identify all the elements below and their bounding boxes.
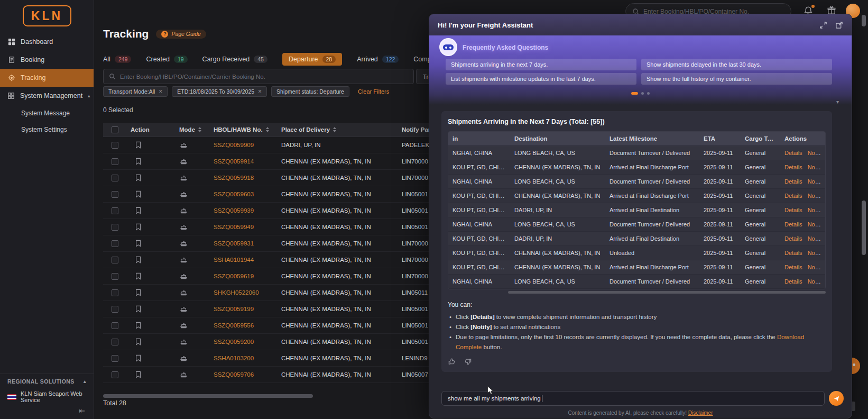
bookmark-icon[interactable] — [135, 207, 142, 214]
scrollbar-thumb[interactable] — [508, 291, 826, 294]
notify-link[interactable]: Notify — [808, 178, 823, 185]
notify-link[interactable]: Notify — [808, 193, 823, 199]
tab-cargo-received[interactable]: Cargo Received45 — [202, 53, 267, 66]
bookmark-icon[interactable] — [135, 174, 142, 181]
row-checkbox[interactable] — [112, 175, 118, 181]
window-scrollbar[interactable] — [862, 0, 866, 419]
notify-link[interactable]: Notify — [808, 164, 823, 170]
hbol-link[interactable]: SSZQ0059918 — [209, 175, 277, 181]
carousel-dot-active[interactable] — [631, 92, 638, 95]
hbol-link[interactable]: SSZQ0059931 — [209, 240, 277, 247]
page-guide-badge[interactable]: ? Page Guide — [156, 30, 206, 39]
row-checkbox[interactable] — [112, 339, 118, 345]
bookmark-icon[interactable] — [135, 190, 142, 198]
bookmark-icon[interactable] — [135, 354, 142, 362]
row-checkbox[interactable] — [112, 257, 118, 263]
clear-filters-link[interactable]: Clear Filters — [358, 88, 389, 95]
row-checkbox[interactable] — [112, 322, 118, 329]
sidebar-subitem-system-message[interactable]: System Message — [0, 105, 94, 121]
close-icon[interactable]: × — [258, 88, 262, 95]
hbol-link[interactable]: SSZQ0059706 — [209, 371, 277, 378]
scrollbar-thumb[interactable] — [862, 15, 866, 26]
bookmark-icon[interactable] — [135, 289, 142, 296]
bookmark-icon[interactable] — [135, 272, 142, 280]
bookmark-icon[interactable] — [135, 305, 142, 313]
hbol-link[interactable]: SSHA0101944 — [209, 257, 277, 263]
bookmark-icon[interactable] — [135, 141, 142, 149]
main-search-input[interactable]: Enter Booking/HBL/PO/Container/Carrier B… — [103, 69, 414, 84]
expand-icon[interactable] — [819, 21, 827, 29]
tab-created[interactable]: Created19 — [146, 53, 187, 66]
scrollbar-thumb[interactable] — [862, 201, 866, 255]
row-checkbox[interactable] — [112, 355, 118, 362]
notify-link[interactable]: Notify — [808, 207, 823, 213]
row-checkbox[interactable] — [112, 289, 118, 296]
details-link[interactable]: Details — [784, 235, 802, 242]
row-checkbox[interactable] — [112, 273, 118, 280]
row-checkbox[interactable] — [112, 306, 118, 313]
details-link[interactable]: Details — [784, 178, 802, 185]
tab-all[interactable]: All249 — [103, 53, 131, 66]
row-checkbox[interactable] — [112, 158, 118, 165]
details-link[interactable]: Details — [784, 207, 802, 213]
row-checkbox[interactable] — [112, 142, 118, 149]
sidebar-item-booking[interactable]: Booking — [0, 51, 94, 69]
hbol-link[interactable]: SHKGH0522060 — [209, 289, 277, 296]
row-checkbox[interactable] — [112, 207, 118, 214]
column-header-mode[interactable]: Mode — [175, 126, 209, 133]
hbol-link[interactable]: SSZQ0059556 — [209, 322, 277, 329]
sort-icon[interactable] — [266, 127, 269, 132]
send-button[interactable] — [829, 391, 844, 406]
bookmark-icon[interactable] — [135, 240, 142, 247]
hbol-link[interactable]: SSZQ0059909 — [209, 142, 277, 148]
bookmark-icon[interactable] — [135, 158, 142, 165]
details-link[interactable]: Details — [784, 193, 802, 199]
details-link[interactable]: Details — [784, 250, 802, 256]
faq-chip[interactable]: Show shipments delayed in the last 30 da… — [641, 59, 832, 70]
sidebar-subitem-system-settings[interactable]: System Settings — [0, 121, 94, 138]
sidebar-item-tracking[interactable]: Tracking — [0, 69, 94, 87]
disclaimer-link[interactable]: Disclaimer — [688, 410, 713, 416]
bookmark-icon[interactable] — [135, 338, 142, 345]
thumbs-down-icon[interactable] — [464, 358, 472, 366]
hbol-link[interactable]: SSHA0103200 — [209, 355, 277, 361]
close-icon[interactable]: × — [159, 88, 162, 95]
faq-chip[interactable]: List shipments with milestone updates in… — [446, 73, 636, 85]
hbol-link[interactable]: SSZQ0059200 — [209, 339, 277, 345]
hbol-link[interactable]: SSZQ0059939 — [209, 207, 277, 214]
tab-arrived[interactable]: Arrived122 — [357, 53, 399, 66]
sort-icon[interactable] — [198, 127, 201, 132]
column-header-hbol-hawb-no[interactable]: HBOL/HAWB No. — [209, 126, 277, 133]
hbol-link[interactable]: SSZQ0059603 — [209, 191, 277, 197]
chat-message-input[interactable]: show me all my shipments arriving — [441, 391, 825, 406]
collapse-response-icon[interactable]: ▾ — [836, 99, 839, 105]
notify-link[interactable]: Notify — [808, 278, 823, 285]
row-checkbox[interactable] — [112, 240, 118, 247]
row-checkbox[interactable] — [112, 191, 118, 198]
regional-item-kln-siam-seaport-web-service[interactable]: KLN Siam Seaport Web Service — [0, 388, 94, 405]
faq-carousel-dots[interactable] — [429, 92, 852, 95]
notify-link[interactable]: Notify — [808, 250, 823, 256]
hbol-link[interactable]: SSZQ0059619 — [209, 273, 277, 279]
hbol-link[interactable]: SSZQ0059949 — [209, 224, 277, 230]
bookmark-icon[interactable] — [135, 322, 142, 329]
sidebar-item-system-management[interactable]: System Management▴ — [0, 87, 94, 105]
sidebar-item-dashboard[interactable]: Dashboard — [0, 33, 94, 51]
hbol-link[interactable]: SSZQ0059199 — [209, 306, 277, 312]
select-all-checkbox[interactable] — [112, 126, 118, 133]
details-link[interactable]: Details — [784, 164, 802, 170]
regional-solutions-header[interactable]: REGIONAL SOLUTIONS ▴ — [0, 374, 94, 388]
hbol-link[interactable]: SSZQ0059914 — [209, 158, 277, 165]
bookmark-icon[interactable] — [135, 256, 142, 263]
horizontal-scrollbar-thumb[interactable] — [103, 394, 313, 398]
notify-link[interactable]: Notify — [808, 235, 823, 242]
details-link[interactable]: Details — [784, 221, 802, 227]
thumbs-up-icon[interactable] — [448, 358, 456, 366]
notify-link[interactable]: Notify — [808, 221, 823, 227]
collapse-sidebar-icon[interactable]: ⇤ — [0, 405, 94, 417]
details-link[interactable]: Details — [784, 150, 802, 156]
open-in-new-icon[interactable] — [835, 21, 843, 29]
notify-link[interactable]: Notify — [808, 264, 823, 270]
tab-departure[interactable]: Departure28 — [282, 53, 342, 66]
carousel-dot[interactable] — [647, 92, 650, 95]
